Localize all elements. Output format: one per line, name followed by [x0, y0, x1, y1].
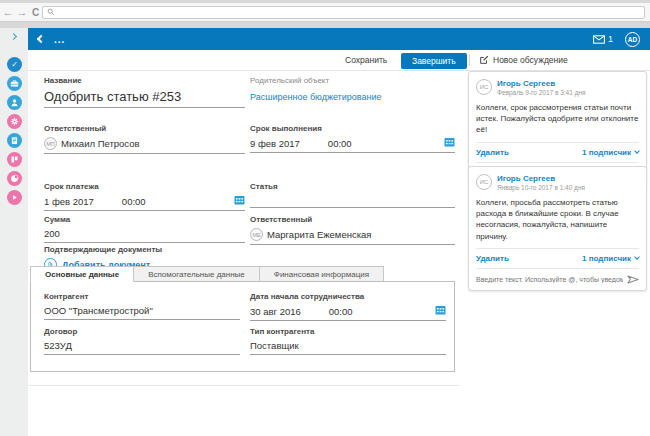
- field-responsible-2-label: Ответственный: [250, 215, 455, 224]
- field-payment-date: Срок платежа 1 фев 2017 00:00: [44, 182, 245, 211]
- counterparty-input[interactable]: ООО "Трансметрострой": [44, 305, 240, 320]
- cp-type-input[interactable]: Поставщик: [250, 340, 446, 355]
- field-name-label: Название: [44, 76, 245, 85]
- responsible-1-value: Михаил Петросов: [61, 138, 140, 149]
- calendar-icon[interactable]: [435, 305, 446, 315]
- field-amount-label: Сумма: [44, 215, 245, 224]
- due-date-input[interactable]: 9 фев 2017 00:00: [250, 137, 455, 153]
- sidebar-item-processes[interactable]: [7, 190, 22, 205]
- due-time-value: 00:00: [328, 138, 352, 149]
- comment-date: Февраль 9-го 2017 в 3:41 дня: [497, 89, 586, 96]
- field-responsible-1: Ответственный МП Михаил Петросов: [44, 124, 245, 154]
- payment-date-input[interactable]: 1 фев 2017 00:00: [44, 195, 245, 211]
- notifications-button[interactable]: 1: [593, 34, 613, 44]
- search-icon: [47, 8, 55, 16]
- field-parent-label: Родительский объект: [250, 76, 455, 85]
- sidebar-item-tasks[interactable]: ✓: [7, 57, 22, 72]
- new-discussion-label: Новое обсуждение: [493, 55, 568, 65]
- sidebar-item-contacts[interactable]: [7, 95, 22, 110]
- avatar: ИС: [476, 79, 492, 95]
- back-icon[interactable]: [37, 35, 45, 43]
- field-contract: Договор 523УД: [44, 327, 240, 355]
- delete-comment-link[interactable]: Удалить: [476, 254, 509, 263]
- header-menu-ellipsis[interactable]: ...: [54, 34, 65, 45]
- responsible-2-value: Маргарита Ежеменская: [267, 229, 371, 240]
- chevron-down-icon: [634, 254, 640, 260]
- send-icon[interactable]: [627, 275, 639, 284]
- sidebar-item-boards[interactable]: [7, 152, 22, 167]
- subscribers-label: 1 подписчик: [582, 254, 631, 263]
- document-icon: [10, 136, 19, 145]
- sidebar-item-records[interactable]: [7, 133, 22, 148]
- delete-comment-link[interactable]: Удалить: [476, 148, 509, 157]
- section-divider: [28, 385, 460, 386]
- responsible-1-input[interactable]: МП Михаил Петросов: [44, 137, 245, 154]
- parent-object-link[interactable]: Расширенное бюджетирование: [250, 92, 381, 102]
- user-avatar[interactable]: AD: [625, 32, 640, 47]
- save-button[interactable]: Сохранить: [345, 55, 387, 65]
- coop-date-value: 30 авг 2016: [250, 306, 301, 317]
- app-header: ... 1 AD: [28, 28, 650, 50]
- field-responsible-2: Ответственный МЕ Маргарита Ежеменская: [250, 215, 455, 245]
- browser-forward-icon[interactable]: →: [16, 6, 28, 18]
- browser-reload-icon[interactable]: C: [32, 7, 39, 18]
- sidebar-item-cases[interactable]: [7, 76, 22, 91]
- sidebar-item-settings[interactable]: [7, 114, 22, 129]
- calendar-icon[interactable]: [444, 137, 455, 147]
- field-counterparty: Контрагент ООО "Трансметрострой": [44, 292, 240, 320]
- new-discussion-button[interactable]: Новое обсуждение: [479, 55, 568, 65]
- notification-count: 1: [608, 34, 613, 44]
- coop-date-input[interactable]: 30 авг 2016 00:00: [250, 305, 446, 321]
- sidebar-expand-icon[interactable]: [10, 33, 17, 40]
- browser-address-bar[interactable]: [42, 6, 645, 19]
- field-contract-label: Договор: [44, 327, 240, 336]
- play-icon: [10, 193, 19, 202]
- gear-icon: [10, 117, 19, 126]
- field-amount: Сумма 200: [44, 215, 245, 243]
- record-toolbar: Сохранить Завершить Новое обсуждение: [28, 50, 650, 71]
- field-documents-label: Подтверждающие документы: [44, 245, 304, 254]
- field-name: Название Одобрить статью #253: [44, 76, 245, 108]
- tab-auxiliary-data[interactable]: Вспомогательные данные: [134, 266, 260, 282]
- amount-input[interactable]: 200: [44, 228, 245, 243]
- field-coop-date-label: Дата начала сотрудничества: [250, 292, 446, 301]
- person-icon: [10, 98, 19, 107]
- app-sidebar: ✓: [0, 28, 28, 436]
- coop-time-value: 00:00: [329, 306, 353, 317]
- field-cp-type: Тип контрагента Поставщик: [250, 327, 446, 355]
- sidebar-item-reports[interactable]: [7, 171, 22, 186]
- article-input[interactable]: [250, 195, 455, 208]
- responsible-2-input[interactable]: МЕ Маргарита Ежеменская: [250, 228, 455, 245]
- field-payment-date-label: Срок платежа: [44, 182, 245, 191]
- subscribers-dropdown[interactable]: 1 подписчик: [582, 148, 639, 157]
- browser-chrome: ← → C: [0, 0, 650, 28]
- complete-button[interactable]: Завершить: [401, 53, 467, 69]
- comment-card: ИС Игорь Сергеев Январь 10-го 2017 в 1:4…: [468, 166, 647, 291]
- field-article: Статья: [250, 182, 455, 208]
- kanban-icon: [10, 155, 19, 164]
- field-cp-type-label: Тип контрагента: [250, 327, 446, 336]
- contract-input[interactable]: 523УД: [44, 340, 240, 355]
- avatar: МП: [44, 137, 57, 150]
- browser-back-icon[interactable]: ←: [2, 6, 14, 18]
- detail-tabs: Основные данные Вспомогательные данные Ф…: [30, 266, 384, 282]
- tab-financial-info[interactable]: Финансовая информация: [260, 266, 384, 282]
- browser-toolbar: ← → C: [0, 3, 650, 22]
- compose-icon: [479, 55, 489, 65]
- field-parent: Родительский объект Расширенное бюджетир…: [250, 76, 455, 105]
- chevron-down-icon: [634, 148, 640, 154]
- calendar-icon[interactable]: [234, 195, 245, 205]
- pie-chart-icon: [10, 174, 19, 183]
- comment-date: Январь 10-го 2017 в 1:40 дня: [497, 184, 585, 191]
- comment-author-link[interactable]: Игорь Сергеев: [497, 79, 586, 88]
- name-input[interactable]: Одобрить статью #253: [44, 89, 245, 108]
- comment-author-link[interactable]: Игорь Сергеев: [497, 174, 585, 183]
- reply-input[interactable]: [476, 276, 623, 283]
- avatar: ИС: [476, 174, 492, 190]
- subscribers-dropdown[interactable]: 1 подписчик: [582, 254, 639, 263]
- toolbar-divider: [469, 54, 470, 66]
- field-article-label: Статья: [250, 182, 455, 191]
- tab-main-data[interactable]: Основные данные: [30, 266, 134, 282]
- subscribers-label: 1 подписчик: [582, 148, 631, 157]
- envelope-icon: [593, 35, 605, 44]
